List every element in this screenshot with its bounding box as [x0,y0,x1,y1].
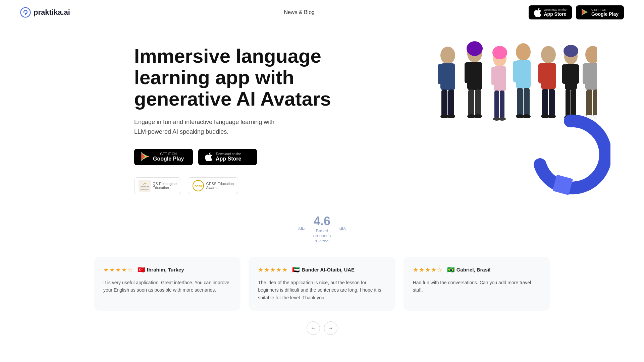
svg-rect-28 [501,67,506,85]
svg-point-50 [564,45,578,57]
svg-rect-27 [491,67,496,85]
review-header-1: ★★★★☆ 🇹🇷 Ibrahim, Turkey [103,266,231,274]
google-play-button[interactable]: GET IT ON Google Play [134,149,193,165]
flag-2: 🇦🇪 [292,266,300,274]
logo[interactable]: praktika.ai [20,7,70,18]
googleplay-nav-button[interactable]: GET IT ON Google Play [576,5,624,19]
svg-rect-53 [575,64,579,84]
googleplay-label: GET IT ON Google Play [591,8,619,17]
svg-point-14 [447,114,455,118]
prev-arrow[interactable]: ← [307,321,320,335]
appstore-label-main: App Store [216,156,241,162]
svg-rect-38 [524,88,530,116]
gplay-label-top: GET IT ON [153,152,184,156]
gess-award-icon: GESS [192,180,204,192]
googleplay-icon [581,8,589,16]
hero-section: Immersive language learning app with gen… [0,25,644,207]
stars-1: ★★★★☆ [103,266,133,274]
svg-point-32 [498,117,506,121]
hero-left: Immersive language learning app with gen… [134,45,335,194]
svg-point-41 [541,46,556,63]
avatar-4 [513,43,531,118]
hero-buttons: GET IT ON Google Play Download on the Ap… [134,149,335,165]
appstore-label: Download on the App Store [544,8,567,17]
review-header-2: ★★★★★ 🇦🇪 Bander Al-Otaibi, UAE [258,266,386,274]
nav-link-news[interactable]: News & Blog [284,9,315,15]
laurel-right: ❧ [339,223,346,234]
next-arrow[interactable]: → [324,321,337,335]
laurel-left: ❧ [298,223,305,234]
svg-point-58 [585,46,597,63]
award-gess: GESS GESS EducationAwards [188,177,238,194]
navbar: praktika.ai News & Blog Download on the … [0,0,644,25]
svg-rect-30 [500,90,504,119]
hero-subtitle: Engage in fun and interactive language l… [134,117,282,137]
awards-row: QS REIMAGINE EDUCATION QS ReimagineEduca… [134,177,335,194]
svg-rect-20 [468,89,474,116]
svg-rect-21 [475,89,481,116]
svg-point-7 [440,47,455,64]
svg-rect-46 [549,89,555,116]
rating-text: Based on user's reviews [313,228,331,243]
svg-rect-55 [571,89,576,117]
svg-rect-37 [517,88,523,116]
svg-rect-61 [595,63,597,84]
svg-point-33 [516,43,531,61]
svg-rect-60 [583,63,588,84]
svg-rect-18 [465,62,470,83]
stars-3: ★★★★☆ [413,266,443,274]
logo-icon [20,7,31,18]
nav-right: Download on the App Store GET IT ON Goog… [529,5,624,19]
svg-rect-35 [513,61,519,82]
rating-badge: ❧ 4.6 Based on user's reviews ❧ [298,214,346,243]
svg-rect-44 [550,63,556,83]
award-qs: QS REIMAGINE EDUCATION QS ReimagineEduca… [134,177,181,194]
avatar-2 [465,41,483,118]
nav-center: News & Blog [284,9,315,15]
app-store-button[interactable]: Download on the App Store [198,149,257,165]
review-card-2: ★★★★★ 🇦🇪 Bander Al-Otaibi, UAE The idea … [249,257,395,311]
svg-text:GESS: GESS [194,185,202,188]
reviews-grid: ★★★★☆ 🇹🇷 Ibrahim, Turkey It is very usef… [94,257,550,311]
svg-rect-12 [448,89,454,116]
logo-text: praktika.ai [34,8,70,17]
reviewer-1: 🇹🇷 Ibrahim, Turkey [138,266,184,274]
review-card-1: ★★★★☆ 🇹🇷 Ibrahim, Turkey It is very usef… [94,257,240,311]
review-card-3: ★★★★☆ 🇧🇷 Gabriel, Brasil Had fun with th… [404,257,550,311]
reviewer-2: 🇦🇪 Bander Al-Otaibi, UAE [292,266,355,274]
svg-rect-63 [593,89,597,117]
svg-point-0 [21,8,31,17]
svg-rect-29 [494,90,499,119]
svg-point-23 [474,114,482,118]
svg-rect-36 [525,61,531,82]
review-text-1: It is very useful application. Great int… [103,279,231,294]
svg-text:REIMAGINE: REIMAGINE [140,186,150,188]
flag-3: 🇧🇷 [447,266,454,274]
reviews-section: ★★★★☆ 🇹🇷 Ibrahim, Turkey It is very usef… [0,257,644,355]
stars-2: ★★★★★ [258,266,288,274]
appstore-label-top: Download on the [216,152,241,156]
svg-point-40 [523,114,531,118]
reviewer-3: 🇧🇷 Gabriel, Brasil [447,266,491,274]
avatar-6 [562,45,579,119]
svg-rect-10 [449,64,455,84]
svg-rect-52 [562,64,567,84]
svg-point-25 [492,46,507,59]
apple-icon [534,8,541,17]
review-text-3: Had fun with the conversations. Can you … [413,279,541,294]
reviews-nav: ← → [94,321,550,335]
hero-right [429,25,624,199]
svg-point-16 [467,41,483,56]
svg-rect-54 [566,89,571,117]
avatar-1 [438,47,455,118]
qs-award-icon: QS REIMAGINE EDUCATION [139,180,151,192]
flag-1: 🇹🇷 [138,266,145,274]
apple-hero-icon [205,153,212,161]
avatar-5 [538,46,556,118]
svg-text:QS: QS [143,182,147,185]
appstore-nav-button[interactable]: Download on the App Store [529,5,572,19]
avatar-7 [583,46,597,119]
svg-rect-19 [477,62,482,83]
svg-rect-9 [438,64,444,84]
svg-text:EDUCATION: EDUCATION [141,188,148,190]
